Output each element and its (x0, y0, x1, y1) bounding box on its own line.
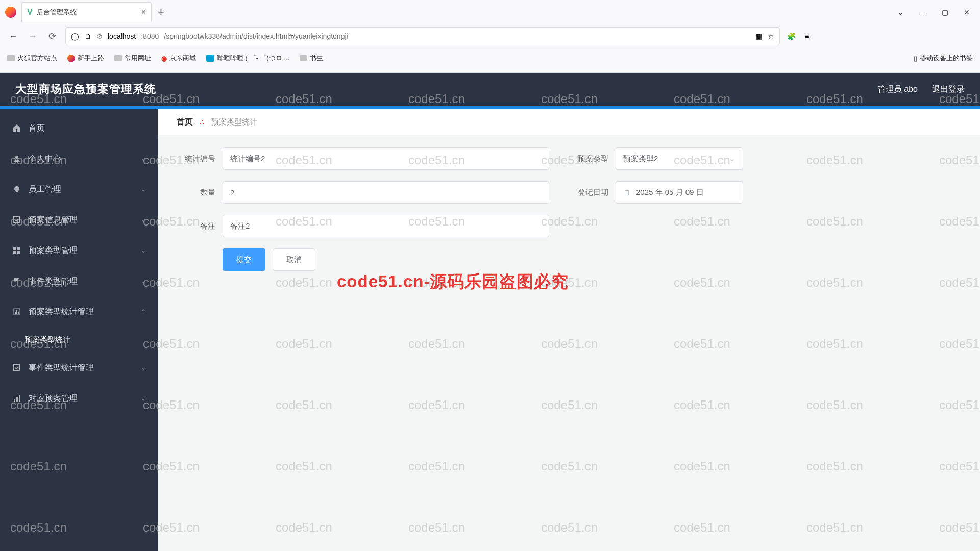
check-icon (12, 215, 21, 224)
mobile-bookmarks[interactable]: ▯移动设备上的书签 (914, 54, 973, 63)
vue-icon: V (27, 8, 33, 17)
breadcrumb-sep-icon: ⛬ (198, 117, 206, 127)
chevron-down-icon: ⌄ (141, 278, 146, 285)
url-box[interactable]: ◯ 🗋 ⊘ localhost:8080/springbootwk338/adm… (65, 27, 780, 45)
chevron-down-icon: ⌄ (729, 154, 736, 163)
shield-icon[interactable]: ◯ (71, 32, 79, 40)
maximize-icon[interactable]: ▢ (942, 8, 948, 16)
qr-icon[interactable]: ▦ (756, 32, 763, 40)
url-port: :8080 (141, 32, 159, 40)
label-stat-no: 统计编号 (177, 154, 223, 164)
home-icon (12, 123, 21, 133)
app-root: 大型商场应急预案管理系统 管理员 abo 退出登录 首页 个人中心 ⌄ 员工管理… (0, 73, 980, 551)
firefox-icon (67, 55, 75, 62)
app-header: 大型商场应急预案管理系统 管理员 abo 退出登录 (0, 73, 980, 106)
minimize-icon[interactable]: — (919, 8, 926, 16)
breadcrumb-current: 预案类型统计 (211, 117, 257, 127)
jd-icon: ◉ (161, 55, 167, 62)
tabs-dropdown-icon[interactable]: ⌄ (898, 8, 904, 16)
new-tab-button[interactable]: + (158, 6, 164, 19)
tab-close-icon[interactable]: × (141, 8, 146, 17)
svg-rect-6 (13, 251, 16, 254)
sidebar-item-event-type-stats[interactable]: 事件类型统计管理 ⌄ (0, 353, 158, 383)
url-host: localhost (108, 32, 136, 40)
label-plan-type: 预案类型 (570, 154, 616, 164)
label-reg-date: 登记日期 (570, 188, 616, 197)
submit-button[interactable]: 提交 (223, 248, 265, 271)
breadcrumb: 首页 ⛬ 预案类型统计 (158, 109, 980, 135)
chevron-down-icon: ⌄ (141, 364, 146, 371)
chevron-down-icon: ⌄ (141, 186, 146, 193)
sidebar-item-plan-type-stats[interactable]: 预案类型统计管理 ⌃ (0, 296, 158, 327)
folder-icon (300, 55, 307, 61)
folder-icon (114, 55, 122, 61)
cancel-button[interactable]: 取消 (273, 248, 315, 271)
bookmark-item[interactable]: 新手上路 (67, 54, 104, 63)
svg-rect-13 (14, 399, 15, 402)
plan-type-value: 预案类型2 (623, 154, 658, 164)
sidebar: 首页 个人中心 ⌄ 员工管理 ⌄ 预案信息管理 ⌄ 预案类型管理 ⌄ (0, 109, 158, 551)
label-qty: 数量 (177, 188, 223, 197)
bulb-icon (12, 185, 21, 194)
tab-title: 后台管理系统 (37, 8, 137, 17)
breadcrumb-home[interactable]: 首页 (177, 117, 193, 128)
bookmark-item[interactable]: 哔哩哔哩 ( ゜- ゜)つロ ... (206, 54, 289, 63)
svg-rect-2 (16, 191, 18, 192)
sidebar-item-plan-type[interactable]: 预案类型管理 ⌄ (0, 235, 158, 266)
bookmark-item[interactable]: 常用网址 (114, 54, 151, 63)
tab-bar: V 后台管理系统 × + ⌄ — ▢ ✕ (0, 0, 980, 24)
forward-button[interactable]: → (27, 30, 39, 42)
svg-rect-15 (19, 395, 20, 402)
chevron-up-icon: ⌃ (141, 308, 146, 315)
bookmark-item[interactable]: 火狐官方站点 (7, 54, 57, 63)
svg-rect-7 (17, 251, 20, 254)
plan-type-select[interactable]: 预案类型2 ⌄ (616, 147, 743, 170)
chevron-down-icon: ⌄ (141, 395, 146, 402)
grid-icon (12, 246, 21, 255)
app-menu-icon[interactable]: ≡ (805, 32, 809, 40)
sidebar-item-event-type[interactable]: 事件类型管理 ⌄ (0, 266, 158, 296)
app-title: 大型商场应急预案管理系统 (15, 82, 156, 97)
bookmark-item[interactable]: 书生 (300, 54, 323, 63)
qty-input[interactable] (223, 181, 549, 204)
stat-no-input[interactable] (223, 147, 549, 170)
extensions-icon[interactable]: 🧩 (787, 32, 796, 40)
svg-rect-11 (18, 312, 19, 314)
reload-button[interactable]: ⟳ (46, 30, 58, 42)
chevron-down-icon: ⌄ (141, 155, 146, 162)
back-button[interactable]: ← (7, 30, 19, 42)
browser-chrome: V 后台管理系统 × + ⌄ — ▢ ✕ ← → ⟳ ◯ 🗋 ⊘ localho… (0, 0, 980, 73)
close-window-icon[interactable]: ✕ (964, 8, 970, 16)
sidebar-subitem-plan-stats[interactable]: 预案类型统计 (0, 327, 158, 353)
watermark-big: code51.cn-源码乐园盗图必究 (337, 270, 569, 293)
bars-icon (12, 394, 21, 403)
bookmark-star-icon[interactable]: ☆ (768, 32, 774, 40)
svg-rect-9 (15, 312, 16, 314)
reg-date-value: 2025 年 05 月 09 日 (636, 188, 704, 197)
address-bar: ← → ⟳ ◯ 🗋 ⊘ localhost:8080/springbootwk3… (0, 24, 980, 48)
logout-link[interactable]: 退出登录 (932, 84, 965, 95)
sidebar-item-home[interactable]: 首页 (0, 113, 158, 143)
site-info-icon[interactable]: 🗋 (84, 32, 91, 40)
browser-tab[interactable]: V 后台管理系统 × (21, 2, 152, 22)
sidebar-item-staff[interactable]: 员工管理 ⌄ (0, 174, 158, 205)
user-icon (12, 154, 21, 163)
window-controls: ⌄ — ▢ ✕ (898, 8, 980, 16)
chevron-down-icon: ⌄ (141, 216, 146, 223)
firefox-logo-icon (5, 7, 16, 18)
svg-rect-4 (13, 247, 16, 250)
check-icon (12, 363, 21, 372)
calendar-icon: 🗓 (623, 188, 631, 197)
main-content: 首页 ⛬ 预案类型统计 统计编号 预案类型 预案类型2 ⌄ (158, 109, 980, 551)
sidebar-item-personal[interactable]: 个人中心 ⌄ (0, 143, 158, 174)
svg-rect-5 (17, 247, 20, 250)
bookmark-item[interactable]: ◉京东商城 (161, 54, 196, 63)
reg-date-input[interactable]: 🗓 2025 年 05 月 09 日 (616, 181, 743, 204)
remark-input[interactable] (223, 215, 549, 237)
connection-icon: ⊘ (96, 32, 103, 40)
sidebar-item-plan-info[interactable]: 预案信息管理 ⌄ (0, 205, 158, 235)
svg-point-0 (15, 156, 18, 159)
admin-label[interactable]: 管理员 abo (877, 84, 918, 95)
sidebar-item-corresponding-plan[interactable]: 对应预案管理 ⌄ (0, 383, 158, 414)
svg-rect-10 (16, 310, 17, 314)
